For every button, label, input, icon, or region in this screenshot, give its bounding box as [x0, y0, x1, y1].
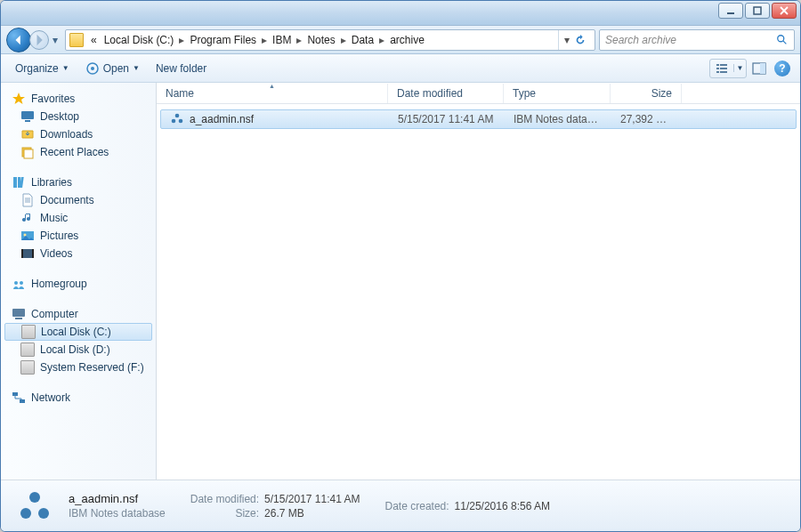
chevron-right-icon: ▸: [377, 34, 386, 46]
refresh-button[interactable]: [573, 33, 587, 47]
details-modified-value: 5/15/2017 11:41 AM: [264, 493, 360, 505]
sidebar-item-label: Recent Places: [40, 146, 109, 158]
libraries-header[interactable]: Libraries: [1, 173, 156, 191]
sidebar-item-label: Documents: [40, 194, 94, 206]
details-size-value: 26.7 MB: [264, 507, 360, 520]
pictures-icon: [20, 229, 35, 243]
new-folder-button[interactable]: New folder: [149, 59, 214, 78]
window-controls: [718, 3, 797, 19]
videos-icon: [20, 246, 35, 261]
svg-rect-9: [720, 68, 727, 69]
breadcrumb[interactable]: « Local Disk (C:) ▸ Program Files ▸ IBM …: [65, 29, 595, 51]
column-size[interactable]: Size: [611, 84, 682, 103]
svg-point-26: [14, 281, 18, 285]
file-rows: a_aadmin.nsf 5/15/2017 11:41 AM IBM Note…: [157, 104, 800, 480]
sidebar-item-label: Pictures: [40, 230, 78, 242]
organize-button[interactable]: Organize ▼: [8, 59, 77, 78]
sidebar-item-drive-c[interactable]: Local Disk (C:): [4, 323, 152, 341]
svg-rect-8: [716, 68, 719, 69]
sidebar-item-label: Local Disk (D:): [40, 343, 110, 356]
back-button[interactable]: [6, 28, 31, 52]
details-pane: a_aadmin.nsf IBM Notes database Date mod…: [1, 480, 800, 531]
libraries-icon: [12, 175, 26, 189]
chevron-right-icon: ▸: [295, 34, 303, 46]
network-group: Network: [1, 389, 156, 407]
explorer-window: ▾ « Local Disk (C:) ▸ Program Files ▸ IB…: [0, 0, 801, 532]
svg-rect-28: [12, 309, 25, 317]
sidebar-item-desktop[interactable]: Desktop: [1, 108, 156, 125]
view-mode-selector[interactable]: ▼: [709, 59, 747, 78]
breadcrumb-item[interactable]: archive: [386, 34, 428, 46]
svg-rect-1: [754, 7, 761, 14]
preview-pane-button[interactable]: [748, 58, 770, 79]
sidebar-item-label: Local Disk (C:): [41, 326, 111, 338]
organize-label: Organize: [15, 62, 59, 75]
details-filekind: IBM Notes database: [69, 507, 166, 520]
computer-label: Computer: [31, 308, 78, 320]
file-date-cell: 5/15/2017 11:41 AM: [389, 113, 505, 125]
column-label: Name: [166, 87, 194, 100]
help-button[interactable]: ?: [772, 58, 793, 79]
address-dropdown[interactable]: ▾: [564, 34, 570, 46]
column-date[interactable]: Date modified: [388, 84, 504, 103]
column-type[interactable]: Type: [504, 84, 611, 103]
forward-button[interactable]: [29, 30, 49, 50]
sidebar-item-videos[interactable]: Videos: [1, 245, 156, 262]
close-button[interactable]: [772, 3, 797, 19]
view-icon[interactable]: [710, 62, 733, 75]
address-right-controls: ▾: [558, 30, 591, 50]
nav-history-dropdown[interactable]: ▾: [49, 31, 61, 49]
svg-rect-0: [727, 12, 734, 14]
breadcrumb-item[interactable]: IBM: [269, 34, 295, 46]
svg-rect-30: [12, 392, 18, 396]
sidebar-item-music[interactable]: Music: [1, 209, 156, 227]
sidebar-item-downloads[interactable]: Downloads: [1, 125, 156, 143]
breadcrumb-item[interactable]: Data: [348, 34, 377, 46]
sidebar-item-label: Videos: [40, 247, 72, 260]
details-created-label: Date created:: [385, 500, 449, 512]
homegroup-label: Homegroup: [31, 278, 87, 290]
file-large-icon: [15, 487, 54, 526]
sidebar-item-drive-f[interactable]: System Reserved (F:): [1, 359, 156, 376]
maximize-button[interactable]: [745, 3, 770, 19]
help-icon: ?: [774, 60, 790, 77]
breadcrumb-item[interactable]: Local Disk (C:): [101, 34, 178, 46]
sidebar-item-drive-d[interactable]: Local Disk (D:): [1, 341, 156, 359]
minimize-button[interactable]: [718, 3, 743, 19]
open-button[interactable]: Open ▼: [78, 58, 147, 79]
chevron-down-icon: ▼: [62, 64, 69, 72]
column-name[interactable]: Name ▲: [157, 84, 388, 103]
svg-point-5: [91, 67, 94, 70]
file-row[interactable]: a_aadmin.nsf 5/15/2017 11:41 AM IBM Note…: [160, 109, 797, 129]
breadcrumb-item[interactable]: Program Files: [186, 34, 260, 46]
svg-rect-18: [13, 177, 17, 188]
sidebar-item-label: Music: [40, 212, 68, 224]
search-icon: [776, 34, 789, 46]
computer-header[interactable]: Computer: [1, 305, 156, 323]
svg-rect-23: [21, 249, 34, 258]
view-dropdown[interactable]: ▼: [733, 64, 746, 72]
network-header[interactable]: Network: [1, 389, 156, 407]
details-modified-label: Date modified:: [190, 493, 259, 505]
homegroup-group: Homegroup: [1, 275, 156, 293]
chevron-right-icon: ▸: [339, 34, 348, 46]
svg-rect-13: [760, 63, 765, 74]
svg-point-33: [172, 119, 176, 124]
new-folder-label: New folder: [156, 62, 206, 75]
svg-point-22: [24, 234, 27, 237]
favorites-group: Favorites Desktop Downloads Recent Place…: [1, 90, 156, 161]
recent-icon: [20, 145, 35, 159]
svg-rect-17: [24, 149, 33, 158]
sidebar-item-recent[interactable]: Recent Places: [1, 143, 156, 161]
breadcrumb-item[interactable]: Notes: [303, 34, 338, 46]
search-input[interactable]: Search archive: [599, 29, 795, 51]
address-bar: ▾ « Local Disk (C:) ▸ Program Files ▸ IB…: [1, 26, 800, 54]
homegroup-icon: [12, 277, 26, 291]
sidebar-item-pictures[interactable]: Pictures: [1, 227, 156, 245]
homegroup-header[interactable]: Homegroup: [1, 275, 156, 293]
svg-rect-15: [25, 120, 30, 122]
sort-ascending-icon: ▲: [269, 83, 275, 89]
sidebar-item-documents[interactable]: Documents: [1, 191, 156, 209]
folder-icon: [69, 33, 84, 47]
favorites-header[interactable]: Favorites: [1, 90, 156, 108]
